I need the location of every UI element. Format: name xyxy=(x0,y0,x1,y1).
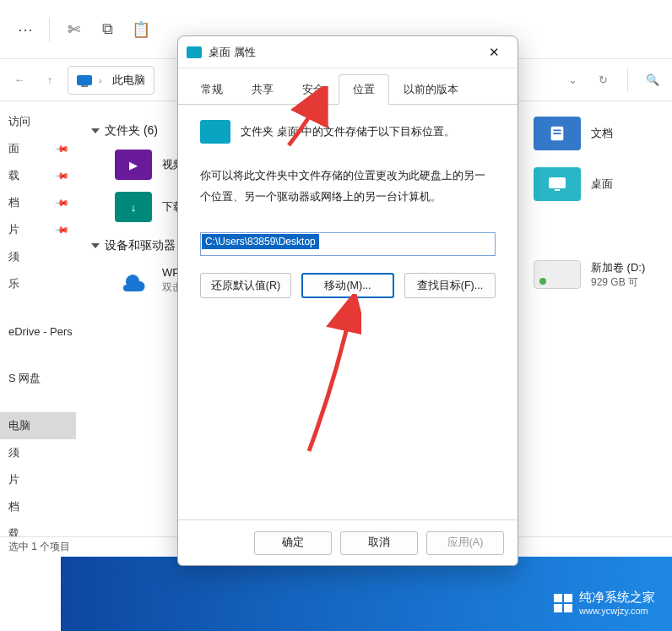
pin-icon: 📌 xyxy=(53,140,69,156)
folder-item-desktop[interactable]: 桌面 xyxy=(528,159,672,209)
up-button[interactable]: ↑ xyxy=(37,68,62,93)
watermark-title: 纯净系统之家 xyxy=(579,590,655,606)
drive-label: 新加卷 (D:) xyxy=(591,260,645,275)
sidebar-item[interactable]: 档📌 xyxy=(0,189,76,216)
chevron-right-icon: › xyxy=(99,75,106,85)
dialog-titlebar: 桌面 属性 ✕ xyxy=(178,36,518,68)
location-header: 文件夹 桌面 中的文件存储于以下目标位置。 xyxy=(241,124,455,139)
sidebar-item[interactable]: 档 xyxy=(0,493,76,520)
dropdown-icon[interactable]: ⌄ xyxy=(560,68,585,93)
move-button[interactable]: 移动(M)... xyxy=(301,273,394,298)
section-title: 文件夹 (6) xyxy=(105,123,158,139)
sidebar-item[interactable]: 载📌 xyxy=(0,162,76,189)
dialog-body: 文件夹 桌面 中的文件存储于以下目标位置。 你可以将此文件夹中文件存储的位置更改… xyxy=(178,105,518,519)
find-target-button[interactable]: 查找目标(F)... xyxy=(404,273,496,298)
chevron-down-icon xyxy=(91,243,100,248)
section-title: 设备和驱动器 xyxy=(105,238,176,253)
drive-sublabel: 929 GB 可 xyxy=(591,275,645,290)
pin-icon: 📌 xyxy=(53,194,69,210)
svg-rect-3 xyxy=(549,177,566,188)
folder-icon xyxy=(187,46,202,58)
download-icon: ↓ xyxy=(115,192,152,222)
path-input[interactable]: C:\Users\83859\Desktop xyxy=(200,232,496,256)
address-text: 此电脑 xyxy=(112,73,145,88)
chevron-down-icon xyxy=(91,128,100,133)
separator xyxy=(49,18,50,41)
documents-icon xyxy=(534,117,581,150)
drive-icon xyxy=(534,260,581,289)
svg-rect-4 xyxy=(555,189,560,191)
logo-icon xyxy=(554,594,572,612)
restore-default-button[interactable]: 还原默认值(R) xyxy=(200,273,291,298)
desktop-icon xyxy=(200,120,230,144)
sidebar-item[interactable]: 面📌 xyxy=(0,135,76,162)
folder-label: 桌面 xyxy=(591,177,613,192)
sidebar-item[interactable]: 须 xyxy=(0,439,76,466)
separator xyxy=(627,68,628,92)
search-icon[interactable]: 🔍 xyxy=(640,68,665,93)
close-button[interactable]: ✕ xyxy=(475,40,512,65)
pin-icon: 📌 xyxy=(53,167,69,183)
paste-icon[interactable]: 📋 xyxy=(124,13,158,46)
status-text: 选中 1 个项目 xyxy=(8,540,70,554)
dialog-footer: 确定 取消 应用(A) xyxy=(178,519,518,565)
desktop-icon xyxy=(534,167,581,201)
sidebar-item-wps[interactable]: S 网盘 xyxy=(0,365,76,392)
sidebar-item-onedrive[interactable]: eDrive - Pers xyxy=(0,318,76,345)
right-column: 文档 桌面 新加卷 (D:) 929 GB 可 xyxy=(528,108,672,298)
watermark-url: www.ycwjzy.com xyxy=(579,606,655,616)
sidebar-item-quick-access[interactable]: 访问 xyxy=(0,108,76,135)
folder-item-documents[interactable]: 文档 xyxy=(528,108,672,159)
sidebar-item[interactable]: 乐 xyxy=(0,270,76,297)
location-description: 你可以将此文件夹中文件存储的位置更改为此硬盘上的另一个位置、另一个驱动器或网络上… xyxy=(200,166,496,207)
tab-security[interactable]: 安全 xyxy=(288,74,339,105)
pin-icon: 📌 xyxy=(53,221,69,237)
path-value: C:\Users\83859\Desktop xyxy=(202,234,319,249)
back-button[interactable]: ← xyxy=(7,68,32,93)
tab-general[interactable]: 常规 xyxy=(187,74,237,105)
copy-icon[interactable]: ⧉ xyxy=(90,13,124,46)
folder-label: 文档 xyxy=(591,126,613,141)
cut-icon[interactable]: ✄ xyxy=(57,13,90,46)
drive-item-d[interactable]: 新加卷 (D:) 929 GB 可 xyxy=(528,252,672,298)
dialog-tabs: 常规 共享 安全 位置 以前的版本 xyxy=(178,68,518,105)
history-icon[interactable]: ⋯ xyxy=(8,13,42,46)
cloud-icon xyxy=(115,264,152,295)
apply-button[interactable]: 应用(A) xyxy=(426,531,504,555)
svg-rect-1 xyxy=(553,129,561,131)
watermark: 纯净系统之家 www.ycwjzy.com xyxy=(554,590,655,616)
sidebar-item-this-pc[interactable]: 电脑 xyxy=(0,412,76,439)
cancel-button[interactable]: 取消 xyxy=(340,531,418,555)
properties-dialog: 桌面 属性 ✕ 常规 共享 安全 位置 以前的版本 文件夹 桌面 中的文件存储于… xyxy=(177,35,518,566)
address-bar[interactable]: › 此电脑 xyxy=(68,66,154,95)
action-button-row: 还原默认值(R) 移动(M)... 查找目标(F)... xyxy=(200,273,496,298)
sidebar-item[interactable]: 片📌 xyxy=(0,216,76,243)
tab-previous-versions[interactable]: 以前的版本 xyxy=(389,74,473,105)
dialog-title: 桌面 属性 xyxy=(209,45,256,60)
video-icon: ▶ xyxy=(115,150,152,180)
sidebar-item[interactable]: 片 xyxy=(0,466,76,493)
svg-rect-2 xyxy=(553,133,561,134)
pc-icon xyxy=(77,75,92,85)
tab-location[interactable]: 位置 xyxy=(339,74,389,105)
tab-share[interactable]: 共享 xyxy=(237,74,288,105)
refresh-icon[interactable]: ↻ xyxy=(590,68,615,93)
ok-button[interactable]: 确定 xyxy=(254,531,332,555)
sidebar-item[interactable]: 须 xyxy=(0,243,76,270)
